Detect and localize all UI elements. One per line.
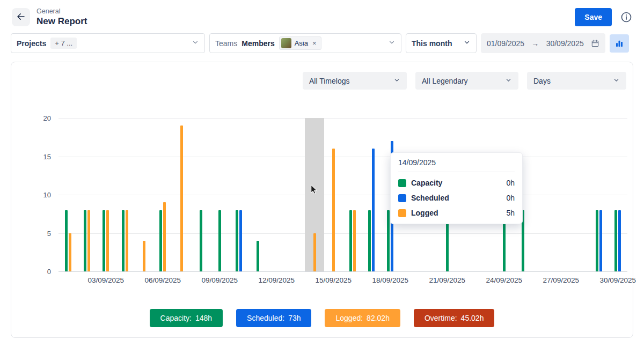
bar-capacity-17/09/2025[interactable] (368, 210, 371, 271)
chevron-down-icon (388, 39, 396, 48)
period-select-value: This month (412, 39, 452, 48)
chevron-down-icon (463, 39, 471, 48)
bar-capacity-11/09/2025[interactable] (257, 241, 259, 271)
total-badge-label: Capacity: (160, 314, 192, 322)
total-badge-logged[interactable]: Logged:82.02h (325, 309, 400, 327)
total-badge-label: Logged: (335, 314, 363, 322)
granularity-select[interactable]: Days (527, 72, 626, 90)
x-axis-tick: 09/09/2025 (202, 276, 238, 284)
back-button[interactable] (12, 8, 30, 26)
members-tab[interactable]: Members (241, 39, 274, 48)
chart-tooltip: 14/09/2025 Capacity0hScheduled0hLogged5h (390, 152, 523, 224)
team-members-filter[interactable]: Teams Members Asia × (209, 33, 401, 53)
bar-scheduled-29/09/2025[interactable] (599, 210, 602, 271)
tooltip-row-logged: Logged5h (398, 209, 515, 217)
total-badge-value: 148h (195, 314, 212, 322)
x-axis-tick: 03/09/2025 (88, 276, 125, 284)
gridline (58, 195, 627, 195)
bar-capacity-02/09/2025[interactable] (84, 210, 86, 271)
x-axis-tick: 30/09/2025 (600, 276, 636, 284)
report-panel: All Timelogs All Legendary Days 14/09/20… (11, 62, 633, 338)
bar-capacity-03/09/2025[interactable] (103, 210, 105, 271)
bar-capacity-30/09/2025[interactable] (614, 210, 617, 271)
bar-scheduled-30/09/2025[interactable] (618, 210, 621, 271)
bar-logged-03/09/2025[interactable] (106, 210, 109, 271)
bar-capacity-16/09/2025[interactable] (349, 210, 352, 271)
total-badge-scheduled[interactable]: Scheduled:73h (236, 309, 311, 327)
bar-logged-15/09/2025[interactable] (332, 149, 335, 271)
bar-scheduled-10/09/2025[interactable] (239, 210, 242, 271)
gridline (58, 233, 627, 234)
legend-filter-select[interactable]: All Legendary (415, 72, 518, 90)
total-badge-value: 82.02h (367, 314, 390, 322)
y-axis-tick: 0 (47, 268, 51, 276)
legend-swatch-icon (398, 194, 406, 202)
member-tag-label: Asia (295, 39, 308, 47)
total-badge-overtime[interactable]: Overtime:45.02h (414, 309, 495, 327)
info-icon[interactable] (620, 11, 632, 23)
bar-logged-06/09/2025[interactable] (163, 202, 166, 271)
bar-logged-02/09/2025[interactable] (87, 210, 90, 271)
bar-capacity-08/09/2025[interactable] (200, 210, 202, 271)
calendar-icon (591, 39, 599, 48)
date-range-start[interactable]: 01/09/2025 (487, 39, 524, 48)
chart-controls: All Timelogs All Legendary Days (11, 62, 633, 90)
projects-filter[interactable]: Projects + 7 ... (11, 33, 205, 53)
bar-scheduled-17/09/2025[interactable] (372, 149, 375, 271)
back-arrow-icon (16, 12, 26, 23)
tooltip-row-value: 5h (506, 209, 515, 217)
mouse-cursor-icon (309, 184, 319, 197)
date-range-arrow-icon: → (531, 39, 539, 48)
chevron-down-icon (505, 77, 512, 85)
tooltip-date: 14/09/2025 (398, 158, 515, 172)
bar-logged-04/09/2025[interactable] (126, 210, 128, 271)
member-avatar (281, 38, 291, 48)
timelogs-select[interactable]: All Timelogs (303, 72, 407, 90)
total-badge-capacity[interactable]: Capacity:148h (150, 309, 223, 327)
x-axis-tick: 27/09/2025 (543, 276, 580, 284)
remove-tag-icon[interactable]: × (311, 39, 318, 47)
date-range-end[interactable]: 30/09/2025 (546, 39, 584, 48)
bar-chart-icon (614, 39, 624, 48)
tooltip-row-value: 0h (506, 179, 515, 187)
bar-capacity-01/09/2025[interactable] (65, 210, 68, 271)
x-axis-tick: 06/09/2025 (145, 276, 181, 284)
x-axis-tick: 15/09/2025 (316, 276, 352, 284)
date-range-picker[interactable]: 01/09/2025 → 30/09/2025 (481, 33, 605, 53)
bar-logged-16/09/2025[interactable] (353, 210, 356, 271)
filter-bar: Projects + 7 ... Teams Members Asia × Th… (0, 32, 644, 58)
tooltip-row-scheduled: Scheduled0h (398, 194, 515, 202)
period-select[interactable]: This month (406, 33, 477, 53)
tooltip-row-value: 0h (506, 194, 515, 202)
bar-logged-14/09/2025[interactable] (313, 233, 316, 272)
x-axis-tick: 18/09/2025 (372, 276, 409, 284)
bar-capacity-06/09/2025[interactable] (159, 210, 162, 271)
bar-capacity-18/09/2025[interactable] (387, 210, 390, 271)
breadcrumb: General (36, 8, 87, 15)
tooltip-rows: Capacity0hScheduled0hLogged5h (398, 179, 515, 217)
x-axis-tick: 21/09/2025 (429, 276, 466, 284)
selected-member-tag[interactable]: Asia × (279, 36, 321, 50)
bar-capacity-29/09/2025[interactable] (596, 210, 598, 271)
teams-tab[interactable]: Teams (215, 39, 237, 48)
bar-logged-01/09/2025[interactable] (69, 233, 71, 272)
y-axis-tick: 15 (43, 152, 51, 160)
chart-view-button[interactable] (610, 34, 629, 53)
header: General New Report Save (0, 0, 644, 32)
bar-capacity-10/09/2025[interactable] (236, 210, 238, 271)
save-button[interactable]: Save (575, 8, 612, 26)
timelogs-select-value: All Timelogs (309, 77, 349, 85)
bar-capacity-09/09/2025[interactable] (218, 210, 221, 271)
x-axis-tick: 24/09/2025 (486, 276, 523, 284)
projects-more-chip[interactable]: + 7 ... (50, 38, 77, 49)
y-axis-tick: 10 (43, 191, 51, 199)
legend-filter-value: All Legendary (422, 77, 468, 85)
tooltip-row-label: Capacity (411, 179, 442, 187)
gridline (58, 157, 627, 157)
bar-logged-05/09/2025[interactable] (143, 241, 145, 271)
bar-logged-07/09/2025[interactable] (180, 125, 183, 271)
total-badge-value: 73h (288, 314, 301, 322)
tooltip-row-capacity: Capacity0h (398, 179, 515, 187)
gridline (58, 118, 627, 119)
bar-capacity-04/09/2025[interactable] (122, 210, 125, 271)
